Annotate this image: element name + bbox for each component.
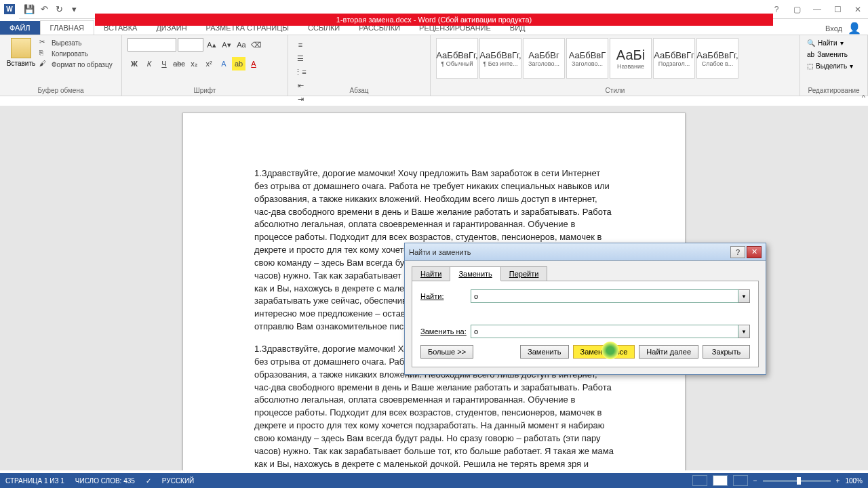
font-color-icon[interactable]: A bbox=[247, 57, 260, 70]
style-item[interactable]: АаБбВвГЗаголово... bbox=[566, 38, 608, 79]
collapse-ribbon-icon[interactable]: ^ bbox=[862, 94, 865, 102]
copy-icon: ⎘ bbox=[39, 49, 49, 58]
zoom-slider[interactable] bbox=[763, 480, 831, 482]
cursor-icon: ⬚ bbox=[807, 62, 813, 70]
copy-button[interactable]: ⎘Копировать bbox=[39, 49, 113, 58]
find-input[interactable] bbox=[471, 289, 738, 303]
title-bar: W 💾 ↶ ↻ ▾ 1-вторая замена.docx - Word (С… bbox=[0, 0, 868, 19]
redo-icon[interactable]: ↻ bbox=[53, 3, 65, 16]
replace-label: Заменить на: bbox=[420, 327, 471, 336]
style-item[interactable]: АаБбВгЗаголово... bbox=[523, 38, 565, 79]
find-label: Найти: bbox=[420, 292, 471, 300]
close-dialog-button[interactable]: Закрыть bbox=[703, 345, 750, 359]
highlight-icon[interactable]: ab bbox=[232, 57, 245, 70]
maximize-icon[interactable]: ☐ bbox=[827, 2, 848, 17]
numbering-icon[interactable]: ☰ bbox=[294, 52, 307, 65]
group-clipboard: Вставить ✂Вырезать ⎘Копировать 🖌Формат п… bbox=[0, 35, 122, 96]
style-item[interactable]: АаБіНазвание bbox=[610, 38, 652, 79]
italic-icon[interactable]: К bbox=[142, 57, 156, 70]
word-app-icon: W bbox=[0, 0, 19, 19]
select-button[interactable]: ⬚Выделить▾ bbox=[806, 61, 862, 71]
user-icon[interactable]: 👤 bbox=[848, 22, 861, 35]
status-bar: СТРАНИЦА 1 ИЗ 1 ЧИСЛО СЛОВ: 435 ✓ РУССКИ… bbox=[0, 473, 868, 488]
ribbon-display-icon[interactable]: ▢ bbox=[787, 2, 807, 17]
save-icon[interactable]: 💾 bbox=[23, 3, 35, 16]
word-count[interactable]: ЧИСЛО СЛОВ: 435 bbox=[75, 477, 135, 485]
font-name-input[interactable] bbox=[127, 38, 176, 52]
paste-icon bbox=[11, 38, 31, 58]
tab-file[interactable]: ФАЙЛ bbox=[0, 21, 40, 35]
dialog-titlebar[interactable]: Найти и заменить ? ✕ bbox=[405, 243, 766, 261]
paste-button[interactable]: Вставить bbox=[5, 38, 37, 93]
close-window-icon[interactable]: ✕ bbox=[848, 2, 868, 17]
binoculars-icon: 🔍 bbox=[807, 39, 815, 47]
replace-all-button[interactable]: Заменить все bbox=[573, 345, 635, 359]
dialog-close-icon[interactable]: ✕ bbox=[747, 246, 762, 258]
group-font: A▴ A▾ Aa ⌫ Ж К Ч abc x₂ x² A ab A Шрифт bbox=[122, 35, 288, 96]
dialog-help-icon[interactable]: ? bbox=[730, 246, 745, 258]
text-effects-icon[interactable]: A bbox=[217, 57, 231, 70]
multilevel-icon[interactable]: ⋮≡ bbox=[294, 65, 307, 79]
find-next-button[interactable]: Найти далее bbox=[639, 345, 698, 359]
replace-icon: ab bbox=[807, 51, 814, 58]
dialog-title-text: Найти и заменить bbox=[409, 248, 471, 256]
ribbon: Вставить ✂Вырезать ⎘Копировать 🖌Формат п… bbox=[0, 35, 868, 96]
format-painter-button[interactable]: 🖌Формат по образцу bbox=[39, 60, 113, 69]
group-paragraph: ≡ ☰ ⋮≡ ⇤ ⇥ A↓ ¶ ≡ ≡ ≡ ≡ ‡≡ ◧ ⊞ Абзац bbox=[288, 35, 431, 96]
qat-more-icon[interactable]: ▾ bbox=[68, 3, 80, 16]
web-layout-icon[interactable] bbox=[733, 475, 748, 486]
print-layout-icon[interactable] bbox=[713, 475, 728, 486]
window-title: 1-вторая замена.docx - Word (Сбой актива… bbox=[95, 14, 773, 26]
replace-button[interactable]: abЗаменить bbox=[806, 49, 862, 60]
find-dropdown-icon[interactable]: ▼ bbox=[738, 289, 750, 303]
style-item[interactable]: АаБбВвГгПодзагол... bbox=[653, 38, 695, 79]
signin-link[interactable]: Вход bbox=[825, 24, 842, 33]
window-controls: ? ▢ — ☐ ✕ bbox=[766, 2, 868, 17]
scissors-icon: ✂ bbox=[39, 38, 49, 47]
cut-button[interactable]: ✂Вырезать bbox=[39, 38, 113, 47]
dialog-tab-replace[interactable]: Заменить bbox=[450, 266, 500, 281]
clear-format-icon[interactable]: ⌫ bbox=[250, 38, 263, 52]
increase-font-icon[interactable]: A▴ bbox=[205, 38, 218, 52]
strike-icon[interactable]: abc bbox=[172, 57, 186, 70]
dialog-tab-goto[interactable]: Перейти bbox=[500, 266, 548, 281]
superscript-icon[interactable]: x² bbox=[202, 57, 216, 70]
bold-icon[interactable]: Ж bbox=[127, 57, 141, 70]
proofing-icon[interactable]: ✓ bbox=[146, 477, 151, 485]
group-editing: 🔍Найти▾ abЗаменить ⬚Выделить▾ Редактиров… bbox=[800, 35, 868, 96]
more-button[interactable]: Больше >> bbox=[420, 345, 473, 359]
zoom-out-icon[interactable]: − bbox=[753, 477, 757, 485]
tab-home[interactable]: ГЛАВНАЯ bbox=[40, 20, 94, 35]
zoom-in-icon[interactable]: + bbox=[836, 477, 840, 485]
language-status[interactable]: РУССКИЙ bbox=[162, 477, 194, 485]
style-item[interactable]: АаБбВвГг,Слабое в... bbox=[696, 38, 738, 79]
decrease-font-icon[interactable]: A▾ bbox=[220, 38, 233, 52]
quick-access-toolbar: 💾 ↶ ↻ ▾ bbox=[19, 3, 84, 16]
brush-icon: 🖌 bbox=[39, 60, 49, 69]
dialog-tab-find[interactable]: Найти bbox=[412, 266, 450, 281]
style-item[interactable]: АаБбВвГг,¶ Обычный bbox=[436, 38, 478, 79]
underline-icon[interactable]: Ч bbox=[157, 57, 171, 70]
bullets-icon[interactable]: ≡ bbox=[294, 38, 307, 52]
change-case-icon[interactable]: Aa bbox=[235, 38, 248, 52]
font-size-input[interactable] bbox=[178, 38, 203, 52]
replace-one-button[interactable]: Заменить bbox=[520, 345, 568, 359]
minimize-icon[interactable]: — bbox=[807, 2, 827, 17]
replace-input[interactable] bbox=[471, 325, 738, 338]
zoom-value[interactable]: 100% bbox=[845, 477, 863, 485]
read-mode-icon[interactable] bbox=[692, 475, 707, 486]
style-item[interactable]: АаБбВвГг,¶ Без инте... bbox=[479, 38, 521, 79]
group-styles: АаБбВвГг,¶ ОбычныйАаБбВвГг,¶ Без инте...… bbox=[431, 35, 800, 96]
page-status[interactable]: СТРАНИЦА 1 ИЗ 1 bbox=[5, 477, 64, 485]
undo-icon[interactable]: ↶ bbox=[38, 3, 50, 16]
find-replace-dialog: Найти и заменить ? ✕ Найти Заменить Пере… bbox=[404, 243, 766, 375]
subscript-icon[interactable]: x₂ bbox=[187, 57, 201, 70]
replace-dropdown-icon[interactable]: ▼ bbox=[738, 325, 750, 338]
increase-indent-icon[interactable]: ⇥ bbox=[294, 92, 307, 106]
find-button[interactable]: 🔍Найти▾ bbox=[806, 38, 862, 48]
